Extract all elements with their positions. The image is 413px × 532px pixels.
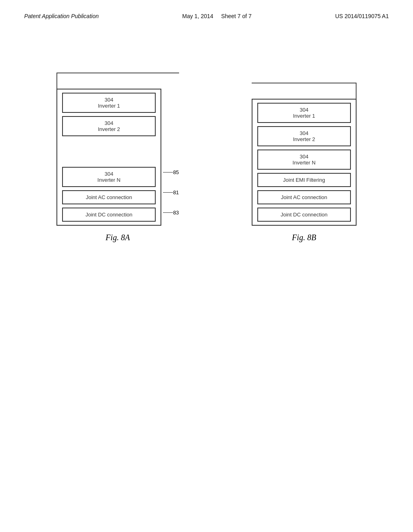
ref-81-line: [163, 192, 173, 193]
fig8a-inverter2: 304 Inverter 2: [62, 116, 156, 136]
header-date-sheet: May 1, 2014 Sheet 7 of 7: [182, 13, 252, 19]
header-patent-number: US 2014/0119075 A1: [335, 13, 389, 19]
header-date: May 1, 2014: [182, 13, 213, 19]
ref-85-line: [163, 172, 173, 172]
fig8a-joint-dc: Joint DC connection: [62, 208, 156, 222]
fig8b-emi-filtering: Joint EMI Filtering: [257, 173, 351, 187]
fig-8a-wrapper: 304 Inverter 1 304 Inverter 2 304: [56, 89, 179, 242]
ref-81: 81: [163, 184, 179, 201]
fig-8b-wrapper: 304 Inverter 1 304 Inverter 2 304 Invert…: [252, 99, 357, 242]
ref-85-label: 85: [173, 169, 179, 175]
fig-8b-box: 304 Inverter 1 304 Inverter 2 304 Invert…: [252, 99, 357, 226]
ref-85: 85: [163, 164, 179, 181]
header-sheet: Sheet 7 of 7: [221, 13, 252, 19]
fig8a-inverter1: 304 Inverter 1: [62, 93, 156, 113]
ref-81-label: 81: [173, 189, 179, 195]
ref-83-line: [163, 212, 173, 213]
fig-8a-container: 304 Inverter 1 304 Inverter 2 304: [56, 89, 179, 226]
fig-8b-container: 304 Inverter 1 304 Inverter 2 304 Invert…: [252, 99, 357, 226]
page-header: Patent Application Publication May 1, 20…: [0, 0, 413, 19]
ref-83-label: 83: [173, 210, 179, 216]
fig8b-inverterN: 304 Inverter N: [257, 150, 351, 170]
fig8a-spacer: [57, 139, 161, 164]
diagram-area: 304 Inverter 1 304 Inverter 2 304: [24, 89, 389, 242]
header-publication-type: Patent Application Publication: [24, 13, 99, 19]
fig8a-refs: 85 81 83: [163, 89, 179, 226]
figures-container: 304 Inverter 1 304 Inverter 2 304: [24, 89, 389, 242]
fig8b-joint-ac: Joint AC connection: [257, 190, 351, 204]
fig8a-joint-ac: Joint AC connection: [62, 190, 156, 204]
fig-8a-caption: Fig. 8A: [106, 233, 130, 242]
fig8b-inverter1: 304 Inverter 1: [257, 103, 351, 123]
fig8a-inverterN: 304 Inverter N: [62, 167, 156, 187]
fig-8a-box: 304 Inverter 1 304 Inverter 2 304: [56, 89, 161, 226]
top-bracket-8b: [252, 83, 357, 99]
fig-8b-caption: Fig. 8B: [292, 233, 316, 242]
ref-83: 83: [163, 204, 179, 221]
fig8b-joint-dc: Joint DC connection: [257, 208, 351, 222]
top-bracket-8a: [56, 73, 179, 89]
fig8b-inverter2: 304 Inverter 2: [257, 126, 351, 146]
